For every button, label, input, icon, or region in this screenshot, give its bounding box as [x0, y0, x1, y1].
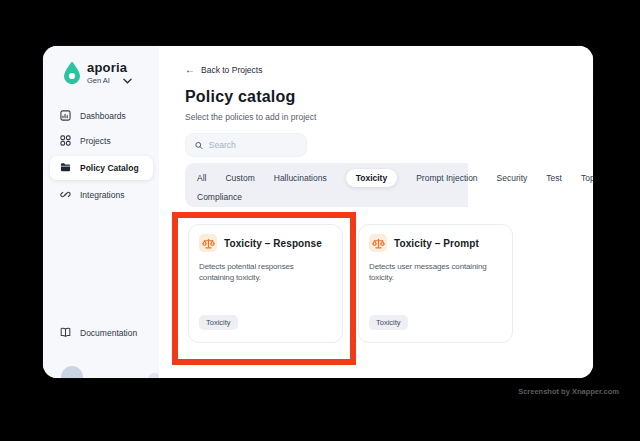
workspace-switcher[interactable]: aporia Gen AI [43, 46, 159, 85]
back-to-projects-link[interactable]: ← Back to Projects [185, 64, 593, 75]
page-title: Policy catalog [185, 88, 593, 108]
sidebar-nav: Dashboards Projects Policy Catalog Integ… [43, 106, 159, 205]
tab-hallucinations[interactable]: Hallucinations [274, 173, 327, 183]
sidebar-item-integrations[interactable]: Integrations [43, 185, 159, 205]
main-content: ← Back to Projects Policy catalog Select… [159, 46, 593, 378]
search-icon [195, 141, 203, 150]
tab-custom[interactable]: Custom [225, 173, 254, 183]
sidebar: aporia Gen AI Dashboards [43, 46, 159, 378]
card-tag: Toxicity [369, 315, 408, 330]
chevron-down-icon[interactable] [123, 78, 132, 84]
sidebar-item-label: Dashboards [80, 111, 126, 121]
card-title: Toxicity – Prompt [394, 238, 479, 249]
sidebar-item-label: Documentation [80, 328, 137, 338]
aporia-droplet-icon [63, 61, 81, 84]
search-input[interactable] [209, 140, 297, 150]
link-icon [60, 189, 71, 200]
sidebar-item-policy-catalog[interactable]: Policy Catalog [50, 156, 153, 180]
scales-icon [199, 234, 217, 252]
policy-card-toxicity-response[interactable]: Toxicity – Response Detects potential re… [188, 224, 343, 343]
back-arrow-icon: ← [185, 65, 195, 75]
card-description: Detects user messages containing toxicit… [369, 261, 502, 283]
tab-prompt-injection[interactable]: Prompt Injection [416, 173, 477, 183]
tab-all[interactable]: All [197, 173, 206, 183]
sidebar-item-label: Projects [80, 136, 111, 146]
card-tag: Toxicity [199, 315, 238, 330]
card-title: Toxicity – Response [224, 238, 322, 249]
filter-row-1: All Custom Hallucinations Toxicity Promp… [197, 168, 468, 188]
tab-security[interactable]: Security [497, 173, 528, 183]
folder-icon [60, 162, 71, 173]
watermark-credit: Screenshot by Xnapper.com [518, 387, 619, 396]
sidebar-item-label: Policy Catalog [80, 163, 139, 173]
sidebar-item-documentation[interactable]: Documentation [43, 327, 159, 338]
back-link-label: Back to Projects [201, 65, 262, 75]
page-subtitle: Select the policies to add in project [185, 112, 593, 123]
sidebar-item-label: Integrations [80, 190, 124, 200]
workspace-name: Gen AI [87, 77, 110, 85]
tab-topics[interactable]: Topics [581, 173, 593, 183]
sidebar-item-dashboards[interactable]: Dashboards [43, 106, 159, 126]
card-description: Detects potential responses containing t… [199, 261, 332, 283]
user-avatar[interactable] [61, 366, 83, 378]
projects-grid-icon [60, 135, 71, 146]
scales-icon [369, 234, 387, 252]
tab-test[interactable]: Test [546, 173, 562, 183]
category-filter-bar: All Custom Hallucinations Toxicity Promp… [185, 163, 468, 207]
sidebar-item-projects[interactable]: Projects [43, 131, 159, 151]
book-icon [60, 327, 71, 338]
tab-toxicity[interactable]: Toxicity [346, 169, 398, 187]
search-box[interactable] [185, 133, 307, 157]
policy-card-toxicity-prompt[interactable]: Toxicity – Prompt Detects user messages … [358, 224, 513, 343]
app-window: aporia Gen AI Dashboards [43, 46, 593, 378]
filter-row-2: Compliance [197, 188, 468, 206]
brand-name: aporia [87, 61, 132, 74]
tab-compliance[interactable]: Compliance [197, 192, 242, 202]
dashboards-icon [60, 110, 71, 121]
policy-cards: Toxicity – Response Detects potential re… [188, 224, 593, 343]
